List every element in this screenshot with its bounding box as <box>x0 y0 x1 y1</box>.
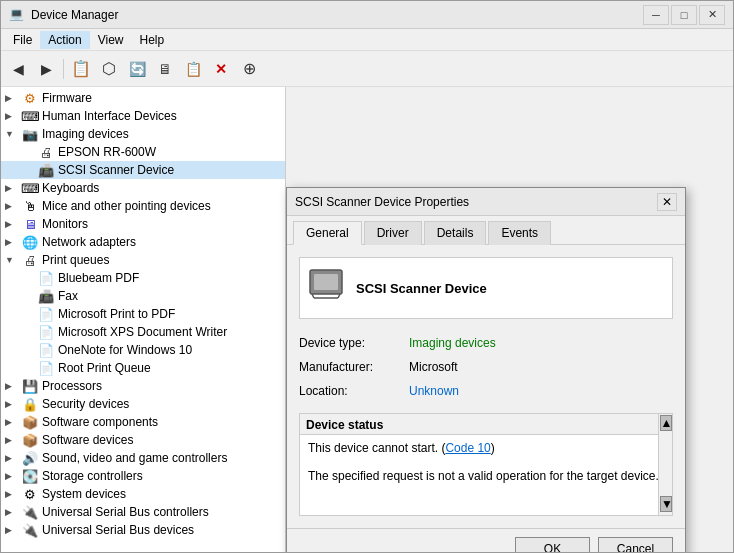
tree-item-imaging[interactable]: ▼ 📷 Imaging devices <box>1 125 285 143</box>
close-button[interactable]: ✕ <box>699 5 725 25</box>
tab-general[interactable]: General <box>293 221 362 245</box>
label-xpsdoc: Microsoft XPS Document Writer <box>58 325 227 339</box>
toolbar-add[interactable]: ⊕ <box>236 56 262 82</box>
dialog-title-text: SCSI Scanner Device Properties <box>295 195 469 209</box>
label-sound: Sound, video and game controllers <box>42 451 227 465</box>
manufacturer-value: Microsoft <box>409 360 458 374</box>
label-softdev: Software devices <box>42 433 133 447</box>
icon-monitors: 🖥 <box>21 216 39 232</box>
window-title: Device Manager <box>31 8 118 22</box>
toolbar-back[interactable]: ◀ <box>5 56 31 82</box>
arrow-processors: ▶ <box>5 381 21 391</box>
tree-item-printq[interactable]: ▼ 🖨 Print queues <box>1 251 285 269</box>
content-area: ▶ ⚙ Firmware ▶ ⌨ Human Interface Devices… <box>1 87 733 552</box>
icon-mspdf: 📄 <box>37 306 55 322</box>
tree-item-firmware[interactable]: ▶ ⚙ Firmware <box>1 89 285 107</box>
toolbar-remove[interactable]: ✕ <box>208 56 234 82</box>
tree-item-hid[interactable]: ▶ ⌨ Human Interface Devices <box>1 107 285 125</box>
tree-item-sound[interactable]: ▶ 🔊 Sound, video and game controllers <box>1 449 285 467</box>
device-header: SCSI Scanner Device <box>299 257 673 319</box>
tree-item-usb2[interactable]: ▶ 🔌 Universal Serial Bus devices <box>1 521 285 539</box>
arrow-sound: ▶ <box>5 453 21 463</box>
label-usb1: Universal Serial Bus controllers <box>42 505 209 519</box>
error-code-link[interactable]: Code 10 <box>445 441 490 455</box>
label-printq: Print queues <box>42 253 109 267</box>
icon-scsi: 📠 <box>37 162 55 178</box>
toolbar-action2[interactable]: 📋 <box>180 56 206 82</box>
menu-file[interactable]: File <box>5 31 40 49</box>
device-tree[interactable]: ▶ ⚙ Firmware ▶ ⌨ Human Interface Devices… <box>1 87 286 552</box>
tree-item-storage[interactable]: ▶ 💽 Storage controllers <box>1 467 285 485</box>
icon-printq: 🖨 <box>21 252 39 268</box>
tree-item-fax[interactable]: 📠 Fax <box>1 287 285 305</box>
icon-usb1: 🔌 <box>21 504 39 520</box>
tree-item-monitors[interactable]: ▶ 🖥 Monitors <box>1 215 285 233</box>
tree-item-onenote[interactable]: 📄 OneNote for Windows 10 <box>1 341 285 359</box>
ok-button[interactable]: OK <box>515 537 590 552</box>
icon-hid: ⌨ <box>21 108 39 124</box>
tree-item-softcomp[interactable]: ▶ 📦 Software components <box>1 413 285 431</box>
label-storage: Storage controllers <box>42 469 143 483</box>
prop-location: Location: Unknown <box>299 381 673 401</box>
tree-item-security[interactable]: ▶ 🔒 Security devices <box>1 395 285 413</box>
label-onenote: OneNote for Windows 10 <box>58 343 192 357</box>
dialog-footer: OK Cancel <box>287 528 685 552</box>
toolbar-properties[interactable]: 📋 <box>68 56 94 82</box>
menu-action[interactable]: Action <box>40 31 89 49</box>
tree-item-sysdev[interactable]: ▶ ⚙ System devices <box>1 485 285 503</box>
device-status-text: This device cannot start. (Code 10) The … <box>300 435 672 515</box>
tree-item-network[interactable]: ▶ 🌐 Network adapters <box>1 233 285 251</box>
dialog-close-button[interactable]: ✕ <box>657 193 677 211</box>
tab-events[interactable]: Events <box>488 221 551 245</box>
minimize-button[interactable]: ─ <box>643 5 669 25</box>
cancel-button[interactable]: Cancel <box>598 537 673 552</box>
arrow-sysdev: ▶ <box>5 489 21 499</box>
icon-keyboards: ⌨ <box>21 180 39 196</box>
toolbar-computer[interactable]: 🖥 <box>152 56 178 82</box>
arrow-usb2: ▶ <box>5 525 21 535</box>
arrow-softdev: ▶ <box>5 435 21 445</box>
label-network: Network adapters <box>42 235 136 249</box>
status-scrollbar[interactable]: ▲ ▼ <box>658 414 672 515</box>
tree-item-mice[interactable]: ▶ 🖱 Mice and other pointing devices <box>1 197 285 215</box>
tree-item-keyboards[interactable]: ▶ ⌨ Keyboards <box>1 179 285 197</box>
tree-item-bluepdf[interactable]: 📄 Bluebeam PDF <box>1 269 285 287</box>
label-bluepdf: Bluebeam PDF <box>58 271 139 285</box>
properties-table: Device type: Imaging devices Manufacture… <box>299 333 673 401</box>
tab-driver[interactable]: Driver <box>364 221 422 245</box>
icon-processors: 💾 <box>21 378 39 394</box>
arrow-imaging: ▼ <box>5 129 21 139</box>
maximize-button[interactable]: □ <box>671 5 697 25</box>
tab-bar: General Driver Details Events <box>287 216 685 245</box>
icon-epson: 🖨 <box>37 144 55 160</box>
status-line1: This device cannot start. (Code 10) <box>308 441 495 455</box>
tree-item-xpsdoc[interactable]: 📄 Microsoft XPS Document Writer <box>1 323 285 341</box>
label-imaging: Imaging devices <box>42 127 129 141</box>
label-firmware: Firmware <box>42 91 92 105</box>
location-label: Location: <box>299 384 409 398</box>
toolbar-update[interactable]: ⬡ <box>96 56 122 82</box>
tree-item-softdev[interactable]: ▶ 📦 Software devices <box>1 431 285 449</box>
tree-item-rootprint[interactable]: 📄 Root Print Queue <box>1 359 285 377</box>
arrow-firmware: ▶ <box>5 93 21 103</box>
device-name: SCSI Scanner Device <box>356 281 487 296</box>
dialog-title-bar: SCSI Scanner Device Properties ✕ <box>287 188 685 216</box>
toolbar-scan[interactable]: 🔄 <box>124 56 150 82</box>
tree-item-mspdf[interactable]: 📄 Microsoft Print to PDF <box>1 305 285 323</box>
icon-firmware: ⚙ <box>21 90 39 106</box>
toolbar-forward[interactable]: ▶ <box>33 56 59 82</box>
menu-view[interactable]: View <box>90 31 132 49</box>
tree-item-scsi[interactable]: 📠 SCSI Scanner Device <box>1 161 285 179</box>
icon-bluepdf: 📄 <box>37 270 55 286</box>
app-icon: 💻 <box>9 7 25 23</box>
menu-bar: File Action View Help <box>1 29 733 51</box>
tab-details[interactable]: Details <box>424 221 487 245</box>
toolbar-sep1 <box>63 59 64 79</box>
icon-xpsdoc: 📄 <box>37 324 55 340</box>
menu-help[interactable]: Help <box>132 31 173 49</box>
tree-item-epson[interactable]: 🖨 EPSON RR-600W <box>1 143 285 161</box>
tree-item-processors[interactable]: ▶ 💾 Processors <box>1 377 285 395</box>
status-line2: The specified request is not a valid ope… <box>308 469 659 483</box>
arrow-monitors: ▶ <box>5 219 21 229</box>
tree-item-usb1[interactable]: ▶ 🔌 Universal Serial Bus controllers <box>1 503 285 521</box>
